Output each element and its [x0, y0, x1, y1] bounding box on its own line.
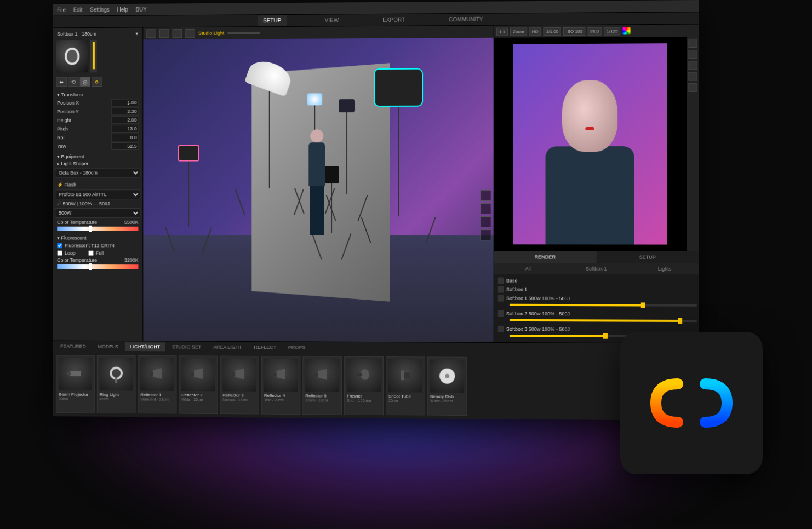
asset-item[interactable]: FresnelSpot - 150mm — [344, 357, 384, 415]
render-aperture[interactable]: f/8.0 — [587, 27, 602, 35]
menu-edit[interactable]: Edit — [73, 7, 83, 13]
compare-icon[interactable] — [688, 83, 697, 92]
intensity-slider[interactable] — [90, 40, 97, 73]
asset-tab-models[interactable]: MODELS — [93, 342, 124, 351]
render-exposure[interactable]: 1/1.00 — [544, 27, 562, 36]
subtab-all[interactable]: All — [494, 263, 562, 274]
eye-icon[interactable] — [498, 311, 504, 317]
select-power[interactable]: 500W — [55, 208, 140, 218]
render-tab-render[interactable]: RENDER — [494, 251, 596, 263]
section-fluorescent[interactable]: ▾ Fluorescent — [55, 232, 140, 242]
tool-move[interactable]: ⬌ — [56, 77, 67, 87]
studio-light-top2[interactable] — [339, 99, 355, 216]
asset-item[interactable]: Beauty DishWhite - 55cm — [427, 357, 467, 416]
chevron-down-icon[interactable]: ▾ — [136, 31, 139, 36]
label-color-temp2: Color Temperature — [57, 257, 97, 263]
vp-tool-4[interactable] — [185, 29, 195, 38]
layer-slider[interactable] — [510, 304, 697, 307]
menu-help[interactable]: Help — [117, 7, 128, 13]
input-position-y[interactable] — [111, 107, 138, 115]
value-color-temp2: 3200K — [124, 257, 139, 263]
color-temp-slider[interactable] — [57, 227, 138, 231]
save-icon[interactable] — [688, 72, 697, 81]
render-shutter[interactable]: 1/125 — [604, 27, 620, 35]
section-transform[interactable]: ▾ Transform — [55, 89, 140, 99]
label-light-shaper: ▸ Light Shaper — [57, 161, 88, 166]
histogram-icon[interactable] — [688, 39, 697, 48]
tool-link[interactable]: ⭘ — [92, 77, 102, 87]
menu-file[interactable]: File — [57, 7, 66, 13]
menu-settings[interactable]: Settings — [90, 7, 109, 13]
asset-item[interactable]: Reflector 3Narrow - 15cm — [220, 356, 259, 415]
checkbox-full[interactable] — [88, 250, 94, 256]
section-flash[interactable]: ⚡ Flash — [55, 179, 140, 188]
render-iso[interactable]: ISO 100 — [563, 27, 585, 35]
viewport-canvas[interactable] — [143, 38, 493, 342]
model-figure[interactable] — [304, 129, 331, 239]
studio-softbox-light[interactable] — [374, 68, 423, 238]
eye-icon[interactable] — [498, 286, 504, 293]
render-zoom[interactable]: Zoom — [510, 27, 527, 36]
color-picker-icon[interactable] — [623, 27, 631, 34]
select-flash-unit[interactable]: Profoto B1 500 AirTTL — [55, 189, 140, 199]
asset-item[interactable]: Reflector 1Standard - 21cm — [138, 355, 176, 414]
menu-buy[interactable]: BUY — [136, 7, 147, 13]
viz-light-icon[interactable] — [481, 216, 491, 227]
render-zoom-1-1[interactable]: 1:1 — [496, 27, 508, 36]
asset-item[interactable]: Beam Projector30cm — [56, 355, 95, 413]
tool-target[interactable]: ◎ — [79, 77, 90, 87]
vp-tool-3[interactable] — [173, 29, 182, 38]
vp-tool-2[interactable] — [159, 29, 169, 38]
eye-icon[interactable] — [498, 295, 504, 302]
svg-point-1 — [67, 50, 78, 63]
eye-icon[interactable] — [498, 277, 504, 284]
select-light-shaper[interactable]: Octa Box - 180cm — [55, 168, 140, 178]
asset-item[interactable]: Ring Light45cm — [97, 355, 136, 414]
color-temp-slider-2[interactable] — [57, 264, 138, 269]
render-view[interactable] — [494, 37, 687, 251]
studio-umbrella-light[interactable] — [248, 63, 291, 210]
viz-camera-icon[interactable] — [481, 190, 491, 201]
render-tab-setup[interactable]: SETUP — [596, 251, 699, 263]
input-position-x[interactable] — [111, 99, 138, 107]
tab-community[interactable]: COMMUNITY — [443, 14, 488, 25]
tab-view[interactable]: VIEW — [319, 15, 344, 25]
tab-export[interactable]: EXPORT — [377, 15, 410, 25]
asset-tab-light[interactable]: LIGHT/LIGHT — [125, 342, 165, 351]
svg-rect-12 — [357, 373, 362, 376]
studio-light-left[interactable] — [178, 145, 200, 249]
input-roll[interactable] — [111, 134, 138, 141]
subtab-lights[interactable]: Lights — [631, 263, 699, 274]
asset-item[interactable]: Reflector 4Tele - 20cm — [261, 356, 301, 415]
asset-sub: Spot - 150mm — [347, 399, 381, 403]
light-thumbnail[interactable] — [56, 40, 88, 73]
input-yaw[interactable] — [111, 142, 138, 150]
tool-rotate[interactable]: ⟲ — [68, 77, 79, 87]
viz-fullscreen-icon[interactable] — [481, 229, 491, 240]
asset-thumb — [347, 359, 381, 392]
layer-slider[interactable] — [510, 319, 697, 322]
render-hd[interactable]: HD — [529, 27, 541, 36]
vp-slider[interactable] — [227, 32, 260, 34]
eye-icon[interactable] — [498, 326, 504, 332]
asset-item[interactable]: Reflector 2Wide - 30cm — [179, 355, 218, 414]
vp-tool-1[interactable] — [146, 29, 156, 38]
asset-tab-arealight[interactable]: AREA LIGHT — [208, 343, 247, 352]
info-icon[interactable] — [688, 61, 697, 70]
asset-tab-reflect[interactable]: REFLECT — [248, 343, 282, 352]
asset-tab-featured[interactable]: FEATURED — [55, 342, 92, 351]
checkbox-fluorescent[interactable] — [57, 243, 62, 248]
asset-tab-props[interactable]: PROPS — [283, 343, 311, 352]
viz-grid-icon[interactable] — [481, 203, 491, 214]
input-height[interactable] — [111, 116, 138, 124]
subtab-softbox1[interactable]: Softbox 1 — [562, 263, 631, 274]
section-equipment[interactable]: ▾ Equipment — [55, 151, 140, 160]
asset-item[interactable]: Snoot Tube20cm — [386, 357, 425, 416]
checkbox-loop[interactable] — [57, 250, 62, 256]
tab-setup[interactable]: SETUP — [258, 15, 287, 26]
layer-label: Softbox 3 500w 100% - 500J — [506, 326, 570, 332]
crop-icon[interactable] — [688, 50, 697, 59]
input-pitch[interactable] — [111, 125, 138, 133]
asset-tab-studioset[interactable]: STUDIO SET — [167, 342, 207, 351]
asset-item[interactable]: Reflector 5Zoom - 18cm — [302, 356, 342, 415]
